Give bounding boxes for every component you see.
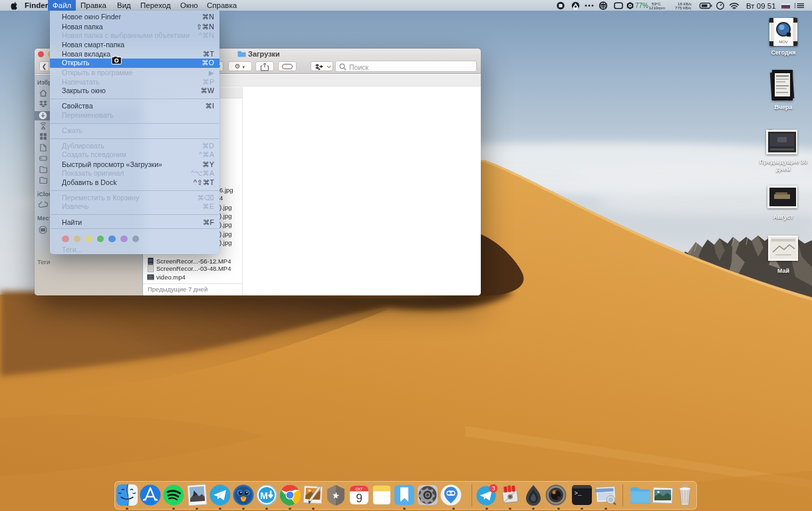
svg-text:MOV: MOV [779,40,788,44]
svg-text:ОКТ: ОКТ [356,487,363,491]
svg-text:775 КБ/с: 775 КБ/с [675,5,692,10]
svg-text:3: 3 [492,485,495,492]
svg-text:1210rpm: 1210rpm [649,5,665,10]
svg-text:9: 9 [356,492,362,505]
svg-text:77%: 77% [635,2,648,9]
svg-text:>_: >_ [575,490,582,497]
svg-text:M: M [260,490,268,501]
svg-text:Вт 09 51: Вт 09 51 [746,2,776,10]
